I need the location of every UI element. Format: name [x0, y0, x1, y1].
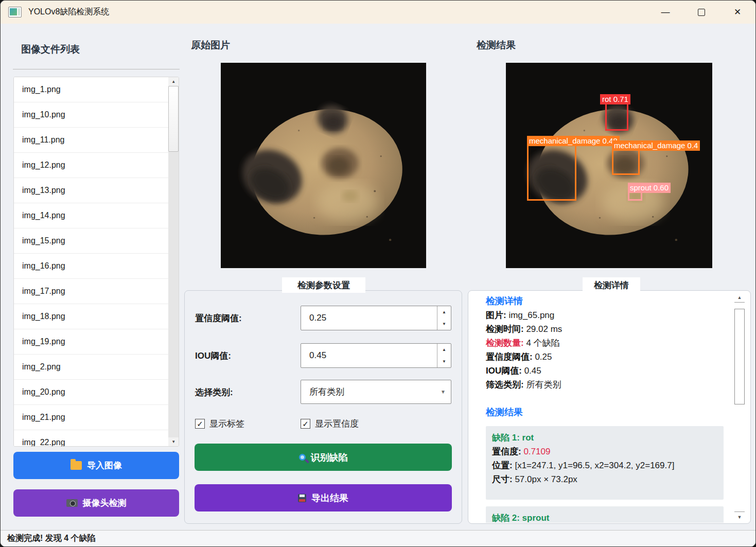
app-icon	[8, 7, 22, 17]
list-item[interactable]: img_13.png	[14, 178, 168, 203]
bbox-label-sprout: sprout 0.60	[628, 183, 671, 193]
field-value: img_65.png	[508, 310, 554, 320]
detected-image: mechanical_damage 0.48 rot 0.71 mechanic…	[506, 63, 712, 268]
list-item[interactable]: img_14.png	[14, 203, 168, 228]
camera-detect-button[interactable]: 摄像头检测	[13, 489, 179, 517]
list-item[interactable]: img_20.png	[14, 380, 168, 405]
spin-up-icon[interactable]: ▲	[437, 344, 451, 356]
spin-down-icon[interactable]: ▼	[437, 356, 451, 367]
field-value: 4 个缺陷	[526, 338, 559, 348]
show-labels-checkbox-row[interactable]: ✓ 显示标签	[195, 418, 244, 430]
spin-down-icon[interactable]: ▼	[437, 318, 451, 330]
defect-card: 缺陷 2: sprout	[486, 506, 724, 523]
scrollbar-thumb[interactable]	[168, 86, 179, 152]
file-items: img_1.png img_10.png img_11.png img_12.p…	[14, 77, 168, 446]
spin-up-icon[interactable]: ▲	[437, 306, 451, 318]
folder-icon	[71, 461, 82, 470]
detect-defects-button[interactable]: 识别缺陷	[195, 444, 452, 471]
close-button[interactable]: ✕	[726, 1, 749, 24]
show-labels-checkbox[interactable]: ✓	[195, 419, 205, 429]
position-value: [x1=247.1, y1=96.5, x2=304.2, y2=169.7]	[515, 461, 674, 470]
bbox-mechanical-damage-2	[612, 148, 640, 175]
field-value: 0.45	[524, 366, 541, 376]
original-image-heading: 原始图片	[191, 39, 230, 52]
field-label: IOU阈值:	[486, 366, 522, 376]
potato-photo	[221, 63, 426, 268]
field-value: 29.02 ms	[526, 324, 562, 334]
bbox-label-mechanical-damage-1: mechanical_damage 0.48	[527, 136, 620, 146]
file-list-heading: 图像文件列表	[21, 43, 80, 56]
bbox-mechanical-damage-1	[527, 144, 576, 201]
confidence-value: 0.7109	[523, 447, 550, 456]
save-icon	[298, 494, 306, 502]
export-button-label: 导出结果	[311, 492, 348, 504]
file-list-scrollbar[interactable]: ▲ ▼	[168, 77, 179, 446]
maximize-icon	[698, 9, 705, 16]
defect-title: 缺陷 1: rot	[492, 431, 717, 445]
results-heading: 检测结果	[486, 405, 729, 419]
field-label: 筛选类别:	[486, 380, 524, 390]
export-results-button[interactable]: 导出结果	[195, 484, 452, 511]
bbox-label-mechanical-damage-2: mechanical_damage 0.4	[612, 140, 700, 151]
show-labels-label: 显示标签	[209, 418, 244, 430]
list-item[interactable]: img_11.png	[14, 128, 168, 153]
titlebar: YOLOv8缺陷检测系统 — ✕	[1, 1, 755, 24]
scroll-down-icon[interactable]: ▼	[168, 437, 179, 446]
details-heading: 检测详情	[486, 294, 729, 308]
bbox-label-rot: rot 0.71	[600, 94, 630, 104]
statusbar: 检测完成! 发现 4 个缺陷	[1, 530, 755, 546]
show-confidence-label: 显示置信度	[315, 418, 359, 430]
scrollbar-thumb[interactable]	[734, 309, 745, 404]
list-item[interactable]: img_10.png	[14, 102, 168, 128]
status-text: 检测完成! 发现 4 个缺陷	[7, 533, 96, 544]
field-label: 图片:	[486, 310, 506, 320]
defect-card: 缺陷 1: rot 置信度: 0.7109 位置: [x1=247.1, y1=…	[486, 426, 724, 500]
iou-label: IOU阈值:	[195, 350, 231, 362]
details-group-title: 检测详情	[583, 277, 640, 293]
list-item[interactable]: img_19.png	[14, 329, 168, 355]
size-field-label: 尺寸:	[492, 474, 513, 484]
field-label-count: 检测数量:	[486, 338, 524, 348]
size-value: 57.0px × 73.2px	[515, 474, 577, 484]
minimize-button[interactable]: —	[654, 1, 677, 24]
import-images-button[interactable]: 导入图像	[13, 452, 179, 479]
list-item[interactable]: img_17.png	[14, 279, 168, 304]
scroll-up-icon[interactable]: ▲	[168, 77, 179, 86]
maximize-button[interactable]	[690, 1, 713, 24]
image-file-list: img_1.png img_10.png img_11.png img_12.p…	[13, 77, 179, 447]
parameter-group-title: 检测参数设置	[282, 277, 365, 293]
list-item[interactable]: img_22.png	[14, 430, 168, 447]
scroll-down-icon[interactable]: ▼	[734, 511, 745, 522]
show-confidence-checkbox[interactable]: ✓	[301, 419, 310, 429]
detection-details-text: 检测详情 图片: img_65.png 检测时间: 29.02 ms 检测数量:…	[469, 291, 733, 523]
details-scrollbar[interactable]: ▲ ▼	[733, 292, 746, 522]
list-item[interactable]: img_15.png	[14, 228, 168, 254]
app-window: YOLOv8缺陷检测系统 — ✕ 图像文件列表 原始图片 检测结果 img_1.…	[0, 0, 756, 547]
camera-button-label: 摄像头检测	[83, 497, 127, 509]
defect-title: 缺陷 2: sprout	[492, 511, 717, 523]
confidence-spinbox[interactable]: ▲ ▼	[301, 306, 451, 330]
class-select-label: 选择类别:	[195, 386, 233, 398]
original-image	[221, 63, 426, 268]
list-item[interactable]: img_16.png	[14, 254, 168, 279]
list-item[interactable]: img_21.png	[14, 405, 168, 430]
show-confidence-checkbox-row[interactable]: ✓ 显示置信度	[301, 418, 359, 430]
bbox-rot	[605, 102, 628, 131]
magnifier-icon	[299, 454, 306, 461]
confidence-label: 置信度阈值:	[195, 312, 242, 324]
class-select-dropdown[interactable]: 所有类别 ▼	[301, 380, 451, 404]
list-item[interactable]: img_12.png	[14, 153, 168, 178]
field-label: 置信度阈值:	[486, 352, 533, 362]
window-controls: — ✕	[641, 1, 749, 24]
camera-icon	[66, 499, 78, 507]
list-item[interactable]: img_2.png	[14, 355, 168, 380]
iou-spinbox[interactable]: ▲ ▼	[301, 343, 451, 368]
list-item[interactable]: img_18.png	[14, 304, 168, 329]
field-label: 检测时间:	[486, 324, 524, 334]
scroll-up-icon[interactable]: ▲	[734, 292, 745, 303]
iou-input[interactable]	[301, 344, 437, 367]
detection-result-heading: 检测结果	[477, 39, 516, 52]
position-field-label: 位置:	[492, 461, 513, 470]
list-item[interactable]: img_1.png	[14, 77, 168, 102]
confidence-input[interactable]	[301, 306, 437, 330]
